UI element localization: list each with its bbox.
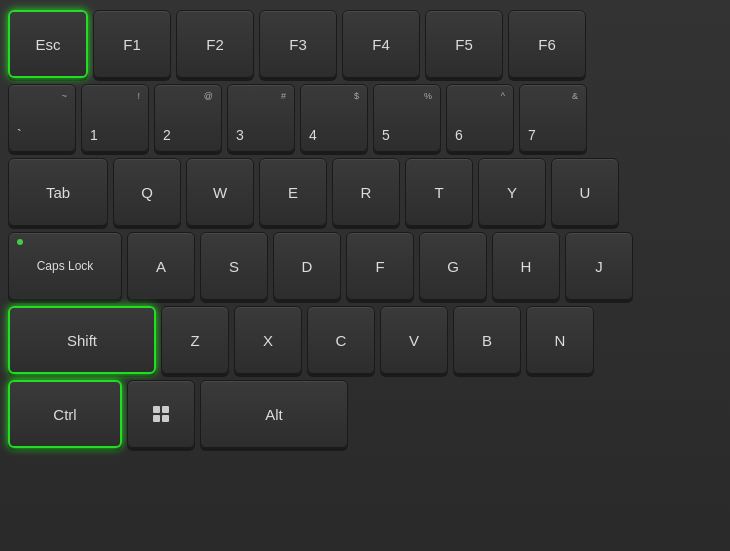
key-2-bottom: 2 (163, 127, 171, 143)
key-f1[interactable]: F1 (93, 10, 171, 78)
key-row-row-numbers: ~`!1@2#3$4%5^6&7 (8, 84, 722, 152)
key-2[interactable]: @2 (154, 84, 222, 152)
key-r[interactable]: R (332, 158, 400, 226)
key-shift[interactable]: Shift (8, 306, 156, 374)
key-5-top: % (424, 91, 432, 101)
key-1-bottom: 1 (90, 127, 98, 143)
key-6-top: ^ (501, 91, 505, 101)
key-x[interactable]: X (234, 306, 302, 374)
key-w[interactable]: W (186, 158, 254, 226)
key-u[interactable]: U (551, 158, 619, 226)
key-ctrl[interactable]: Ctrl (8, 380, 122, 448)
key-f[interactable]: F (346, 232, 414, 300)
key-alt[interactable]: Alt (200, 380, 348, 448)
key-h[interactable]: H (492, 232, 560, 300)
key-f2[interactable]: F2 (176, 10, 254, 78)
key-c[interactable]: C (307, 306, 375, 374)
keyboard: EscF1F2F3F4F5F6~`!1@2#3$4%5^6&7TabQWERTY… (0, 0, 730, 551)
key-backtick-top: ~ (62, 91, 67, 101)
key-5-bottom: 5 (382, 127, 390, 143)
key-7[interactable]: &7 (519, 84, 587, 152)
key-row-row-bottom: CtrlAlt (8, 380, 722, 448)
key-3-bottom: 3 (236, 127, 244, 143)
key-6[interactable]: ^6 (446, 84, 514, 152)
key-e[interactable]: E (259, 158, 327, 226)
caps-lock-label: Caps Lock (37, 259, 94, 273)
key-row-row-qwerty: TabQWERTYU (8, 158, 722, 226)
key-t[interactable]: T (405, 158, 473, 226)
key-3[interactable]: #3 (227, 84, 295, 152)
caps-lock-indicator (17, 239, 23, 245)
key-tab[interactable]: Tab (8, 158, 108, 226)
key-b[interactable]: B (453, 306, 521, 374)
key-a[interactable]: A (127, 232, 195, 300)
key-4-top: $ (354, 91, 359, 101)
key-row-row-zxcv: ShiftZXCVBN (8, 306, 722, 374)
key-q[interactable]: Q (113, 158, 181, 226)
key-2-top: @ (204, 91, 213, 101)
key-j[interactable]: J (565, 232, 633, 300)
key-s[interactable]: S (200, 232, 268, 300)
key-row-row-func: EscF1F2F3F4F5F6 (8, 10, 722, 78)
key-7-bottom: 7 (528, 127, 536, 143)
key-v[interactable]: V (380, 306, 448, 374)
key-n[interactable]: N (526, 306, 594, 374)
key-y[interactable]: Y (478, 158, 546, 226)
key-d[interactable]: D (273, 232, 341, 300)
key-backtick[interactable]: ~` (8, 84, 76, 152)
key-1-top: ! (137, 91, 140, 101)
key-5[interactable]: %5 (373, 84, 441, 152)
key-4[interactable]: $4 (300, 84, 368, 152)
key-row-row-asdf: Caps LockASDFGHJ (8, 232, 722, 300)
key-1[interactable]: !1 (81, 84, 149, 152)
key-f3[interactable]: F3 (259, 10, 337, 78)
key-f6[interactable]: F6 (508, 10, 586, 78)
key-z[interactable]: Z (161, 306, 229, 374)
key-f4[interactable]: F4 (342, 10, 420, 78)
key-6-bottom: 6 (455, 127, 463, 143)
key-3-top: # (281, 91, 286, 101)
key-4-bottom: 4 (309, 127, 317, 143)
key-win[interactable] (127, 380, 195, 448)
windows-icon (153, 406, 169, 422)
key-7-top: & (572, 91, 578, 101)
key-esc[interactable]: Esc (8, 10, 88, 78)
key-f5[interactable]: F5 (425, 10, 503, 78)
key-backtick-bottom: ` (17, 127, 22, 143)
key-capslock[interactable]: Caps Lock (8, 232, 122, 300)
key-g[interactable]: G (419, 232, 487, 300)
